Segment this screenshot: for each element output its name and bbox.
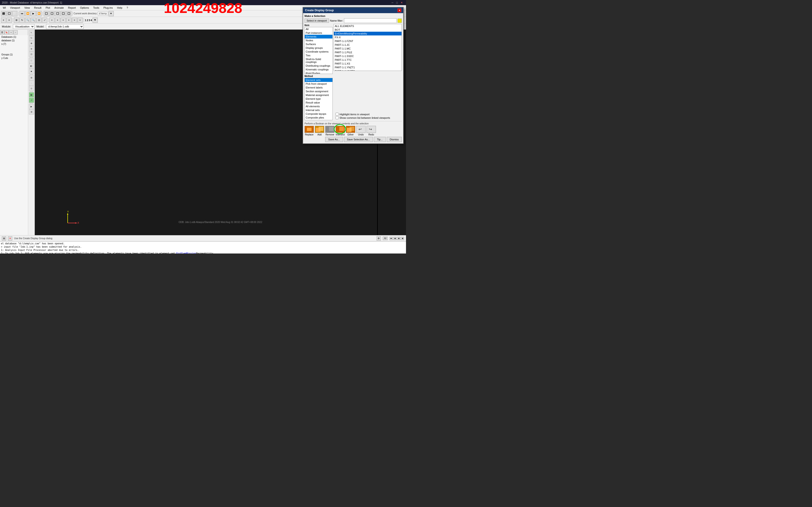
toolbar-cube-persp[interactable]: 🔲 <box>66 11 71 16</box>
name-part-jc[interactable]: PART-1-1.JC <box>334 43 402 47</box>
view6[interactable]: ⌖ <box>78 17 83 23</box>
expand-btn[interactable]: ⤢ <box>42 17 47 23</box>
close-btn[interactable]: ✕ <box>399 1 404 4</box>
item-part-instances[interactable]: Part instances <box>305 31 333 35</box>
name-part-ynzt2[interactable]: PART-1-1.YNZT2 <box>334 69 402 71</box>
icon-rotate[interactable]: ↻ <box>29 36 34 41</box>
show-common-checkbox[interactable] <box>336 116 339 119</box>
item-nodes[interactable]: Nodes <box>305 39 333 42</box>
menu-plugins[interactable]: Plug-ins <box>101 6 115 10</box>
menu-result[interactable]: Result <box>32 6 43 10</box>
menu-question[interactable]: ? <box>125 6 130 10</box>
sidebar-s[interactable]: s (7) <box>0 42 28 46</box>
intersect-btn[interactable]: Intersect <box>336 126 345 136</box>
sidebar-btn-1[interactable]: 🗄 <box>0 30 4 35</box>
anim-btn1[interactable]: ⏮ <box>390 237 393 240</box>
status-btn-close[interactable]: ✕ <box>8 236 12 241</box>
icon-settings[interactable]: ⚙ <box>29 109 34 115</box>
method-pick-viewport[interactable]: Pick from viewport <box>305 82 333 86</box>
snap-btn[interactable]: ⊞ <box>14 17 19 23</box>
method-element-sets[interactable]: Element sets <box>305 78 333 82</box>
save-selection-btn[interactable]: Save Selection As... <box>344 137 373 142</box>
menu-options[interactable]: Options <box>78 6 91 10</box>
method-section-assignment[interactable]: Section assignment <box>305 90 333 93</box>
icon-select[interactable]: ↖ <box>29 30 34 35</box>
add-btn[interactable]: Add <box>315 126 324 136</box>
dismiss-btn[interactable]: Dismiss <box>387 137 402 142</box>
icon-mesh[interactable]: ⊞ <box>29 75 34 80</box>
name-bot[interactable]: BOT <box>334 28 402 32</box>
toolbar-cube-iso[interactable]: 🔲 <box>61 11 66 16</box>
item-rigid-bodies[interactable]: Rigid Bodies <box>305 71 333 74</box>
view2[interactable]: ⌖ <box>55 17 60 23</box>
toolbar-btn-1[interactable]: ⬛ <box>1 11 6 16</box>
console-link-1[interactable]: ErrElemMissing <box>176 252 196 253</box>
toolbar-cube-front[interactable]: 🔲 <box>44 11 49 16</box>
toolbar-btn-4[interactable]: ⏮ <box>19 11 25 16</box>
icon-surface[interactable]: ◧ <box>29 63 34 68</box>
item-display-groups[interactable]: Display groups <box>305 46 333 50</box>
sidebar-btn-4[interactable]: − <box>13 30 18 35</box>
icon-contour[interactable]: ▦ <box>29 92 34 97</box>
fit-btn[interactable]: ⊡ <box>37 17 42 23</box>
icon-zoom[interactable]: ⊕ <box>29 46 34 51</box>
toolbar-btn-7[interactable]: ⏩ <box>37 11 42 16</box>
menu-wl[interactable]: Wl <box>1 6 8 10</box>
tip-btn[interactable]: Tip... <box>374 137 386 142</box>
item-shell-solid[interactable]: Shell-to-Solid couplings <box>305 57 333 64</box>
either-btn[interactable]: Either <box>346 126 355 136</box>
save-as-btn[interactable]: Save As... <box>325 137 343 142</box>
view1[interactable]: ⌖ <box>49 17 54 23</box>
undo-btn[interactable]: ↩ Undo <box>356 126 366 136</box>
menu-tools[interactable]: Tools <box>91 6 101 10</box>
menu-report[interactable]: Report <box>66 6 78 10</box>
icon-filled[interactable]: ■ <box>29 69 34 74</box>
icon-node[interactable]: · <box>29 80 34 86</box>
module-select[interactable]: Visualization <box>13 24 35 29</box>
name-fx-x[interactable]: FX-X <box>334 36 402 39</box>
name-all-elements[interactable]: ALL ELEMENTS <box>334 24 402 28</box>
view5[interactable]: ⌖ <box>72 17 77 23</box>
model-select[interactable]: d:/temp/Job-1.odb <box>46 24 84 29</box>
menu-viewport[interactable]: Viewport <box>8 6 22 10</box>
method-composite-layups[interactable]: Composite layups <box>305 112 333 116</box>
name-part-mc[interactable]: PART-1-1.MC <box>334 47 402 50</box>
toolbar-btn-6[interactable]: ▶ <box>31 11 36 16</box>
tree-collapse[interactable]: ≡ <box>7 17 12 23</box>
redo-btn[interactable]: ↪ Redo <box>366 126 376 136</box>
name-part-ttc[interactable]: PART-1-1.TTC <box>334 58 402 62</box>
item-dist-couplings[interactable]: Distributing couplings <box>305 64 333 68</box>
item-surfaces[interactable]: Surfaces <box>305 42 333 46</box>
item-ties[interactable]: Ties <box>305 54 333 57</box>
toolbar-btn-5[interactable]: ⏪ <box>25 11 30 16</box>
icon-fit[interactable]: ⊡ <box>29 52 34 57</box>
select-in-viewport-btn[interactable]: Select in viewport <box>305 18 329 23</box>
status-btn-1[interactable]: ⊞ <box>2 236 6 241</box>
sidebar-btn-2[interactable]: 🔖 <box>4 30 9 35</box>
icon-pan[interactable]: ✥ <box>29 41 34 46</box>
view3[interactable]: ⌖ <box>61 17 66 23</box>
toolbar-cube-right[interactable]: 🔲 <box>55 11 60 16</box>
zoom-in-btn[interactable]: 🔍 <box>25 17 30 23</box>
anim-btn3[interactable]: ◉ <box>397 237 400 240</box>
filter-icon[interactable]: ⚡ <box>398 18 402 23</box>
sidebar-databases[interactable]: Databases (1) <box>0 35 28 39</box>
replace-btn[interactable]: Replace <box>305 126 314 136</box>
dialog-close-btn[interactable]: ✕ <box>398 8 401 12</box>
name-part-xs[interactable]: PART-1-1.XS <box>334 62 402 65</box>
status-tools[interactable]: ⚙ <box>376 236 381 241</box>
menu-view[interactable]: View <box>22 6 32 10</box>
method-material-assignment[interactable]: Material assignment <box>305 93 333 97</box>
icon-probe[interactable]: ⊙ <box>29 86 34 91</box>
toolbar-btn-3[interactable]: ⬜ <box>12 11 17 16</box>
method-all-elements[interactable]: All elements <box>305 105 333 108</box>
step-icon[interactable]: ⚑ <box>93 17 98 23</box>
highlight-label[interactable]: Highlight items in viewport <box>340 113 369 116</box>
menu-plot[interactable]: Plot <box>44 6 52 10</box>
sidebar-btn-3[interactable]: + <box>9 30 13 35</box>
name-err-elem[interactable]: ErrElemMissingPermeability <box>334 32 402 36</box>
max-btn[interactable]: □ <box>395 1 399 4</box>
icon-symbol[interactable]: ↗ <box>29 98 34 103</box>
item-elements[interactable]: Elements <box>305 35 333 39</box>
toolbar-cube-top[interactable]: 🔲 <box>49 11 54 16</box>
